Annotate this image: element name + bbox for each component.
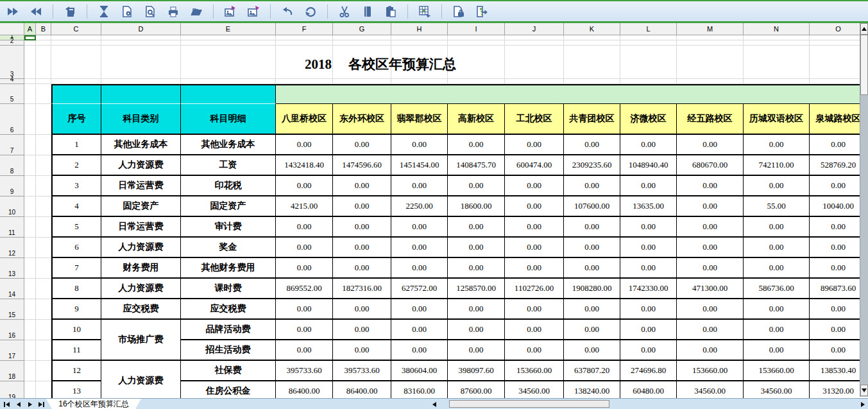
- table-cell-value[interactable]: 0.00: [276, 320, 333, 340]
- cell[interactable]: [24, 79, 36, 84]
- table-cell-value[interactable]: 0.00: [505, 299, 564, 320]
- row-header-14[interactable]: 14: [0, 279, 24, 299]
- table-cell-value[interactable]: 0.00: [276, 217, 333, 238]
- table-cell-value[interactable]: 637807.20: [564, 361, 620, 381]
- table-cell-value[interactable]: 0.00: [744, 135, 810, 155]
- table-cell-value[interactable]: 0.00: [564, 320, 620, 340]
- table-cell-value[interactable]: 0.00: [810, 217, 860, 238]
- table-header-band-cell[interactable]: [181, 84, 276, 104]
- cell[interactable]: [677, 40, 744, 46]
- table-cell-no[interactable]: 3: [51, 176, 101, 196]
- table-cell-value[interactable]: 1474596.60: [333, 155, 391, 176]
- campus-header[interactable]: 翡翠郡校区: [391, 104, 448, 135]
- table-cell-value[interactable]: 0.00: [810, 135, 860, 155]
- table-cell-value[interactable]: 0.00: [564, 258, 620, 279]
- table-cell-value[interactable]: 0.00: [276, 258, 333, 279]
- cell[interactable]: [448, 35, 505, 40]
- table-cell-value[interactable]: 0.00: [391, 299, 448, 320]
- cell[interactable]: [51, 40, 101, 46]
- column-header-B[interactable]: B: [36, 23, 51, 35]
- cell[interactable]: [505, 40, 564, 46]
- print-preview-icon[interactable]: [142, 4, 158, 19]
- table-cell-value[interactable]: 55.00: [744, 196, 810, 217]
- cell[interactable]: [101, 35, 181, 40]
- table-cell-no[interactable]: 9: [51, 299, 101, 320]
- campus-header[interactable]: 经五路校区: [677, 104, 744, 135]
- vertical-scrollbar[interactable]: [860, 23, 868, 397]
- table-cell-value[interactable]: 1827316.00: [333, 279, 391, 299]
- insert-image-icon[interactable]: [223, 4, 238, 19]
- table-cell-value[interactable]: 4215.00: [276, 196, 333, 217]
- table-cell-value[interactable]: 107600.00: [564, 196, 620, 217]
- campus-header[interactable]: 工北校区: [505, 104, 564, 135]
- table-cell-value[interactable]: 1742330.00: [620, 279, 677, 299]
- next-icon[interactable]: [5, 4, 21, 19]
- table-header-band-campuses[interactable]: [276, 84, 860, 104]
- cell[interactable]: [36, 279, 51, 299]
- cell[interactable]: [24, 217, 36, 238]
- column-header-J[interactable]: J: [505, 23, 564, 35]
- table-cell-value[interactable]: 2250.00: [391, 196, 448, 217]
- cell[interactable]: [24, 320, 36, 340]
- campus-header[interactable]: 八里桥校区: [276, 104, 333, 135]
- campus-header[interactable]: 泉城路校区: [810, 104, 860, 135]
- cell[interactable]: [24, 279, 36, 299]
- column-header-E[interactable]: E: [181, 23, 276, 35]
- cell[interactable]: [101, 40, 181, 46]
- table-cell-value[interactable]: 0.00: [448, 217, 505, 238]
- table-cell-category[interactable]: 市场推广费: [101, 320, 181, 361]
- vertical-scroll-thumb[interactable]: [860, 35, 868, 95]
- table-cell-category[interactable]: 固定资产: [101, 196, 181, 217]
- column-header-L[interactable]: L: [620, 23, 677, 35]
- hourglass-icon[interactable]: [96, 4, 112, 19]
- table-cell-value[interactable]: 1451454.00: [391, 155, 448, 176]
- table-cell-value[interactable]: 1258570.00: [448, 279, 505, 299]
- table-cell-value[interactable]: 600474.00: [505, 155, 564, 176]
- table-cell-value[interactable]: 0.00: [505, 135, 564, 155]
- table-cell-detail[interactable]: 社保费: [181, 361, 276, 381]
- table-cell-value[interactable]: 0.00: [564, 238, 620, 258]
- row-header-11[interactable]: 11: [0, 217, 24, 238]
- table-cell-value[interactable]: 0.00: [810, 320, 860, 340]
- table-cell-value[interactable]: 0.00: [333, 176, 391, 196]
- table-cell-value[interactable]: 0.00: [276, 135, 333, 155]
- table-cell-value[interactable]: 0.00: [677, 176, 744, 196]
- table-header-band-cell[interactable]: [51, 84, 101, 104]
- table-cell-value[interactable]: 680670.00: [677, 155, 744, 176]
- table-cell-value[interactable]: 0.00: [505, 196, 564, 217]
- row-header-10[interactable]: 10: [0, 196, 24, 217]
- table-cell-value[interactable]: 0.00: [391, 135, 448, 155]
- table-cell-value[interactable]: 0.00: [391, 320, 448, 340]
- table-cell-detail[interactable]: 其他财务费用: [181, 258, 276, 279]
- table-cell-value[interactable]: 0.00: [448, 258, 505, 279]
- print-icon[interactable]: [166, 4, 181, 19]
- table-header-band-cell[interactable]: [101, 84, 181, 104]
- next-sheet-button[interactable]: [24, 399, 35, 409]
- row-header-17[interactable]: 17: [0, 340, 24, 361]
- cell[interactable]: [620, 79, 677, 84]
- table-cell-no[interactable]: 5: [51, 217, 101, 238]
- cell[interactable]: [36, 238, 51, 258]
- scroll-up-button[interactable]: [860, 23, 868, 35]
- cell[interactable]: [333, 40, 391, 46]
- table-cell-value[interactable]: 0.00: [677, 238, 744, 258]
- table-cell-value[interactable]: 586736.00: [744, 279, 810, 299]
- cell[interactable]: [276, 40, 333, 46]
- row-header-12[interactable]: 12: [0, 238, 24, 258]
- table-cell-value[interactable]: 0.00: [448, 340, 505, 361]
- cell[interactable]: [505, 79, 564, 84]
- cell[interactable]: [51, 46, 101, 79]
- column-header-I[interactable]: I: [448, 23, 505, 35]
- cell[interactable]: [620, 46, 677, 79]
- cell[interactable]: [810, 46, 860, 79]
- column-header-N[interactable]: N: [744, 23, 810, 35]
- cell[interactable]: [24, 299, 36, 320]
- cell[interactable]: [36, 135, 51, 155]
- table-cell-category[interactable]: 人力资源费: [101, 155, 181, 176]
- table-cell-value[interactable]: 0.00: [620, 217, 677, 238]
- table-column-header[interactable]: 科目类别: [101, 104, 181, 135]
- table-cell-value[interactable]: 0.00: [620, 320, 677, 340]
- table-cell-category[interactable]: 其他业务成本: [101, 135, 181, 155]
- cell[interactable]: [36, 361, 51, 381]
- cell[interactable]: [620, 40, 677, 46]
